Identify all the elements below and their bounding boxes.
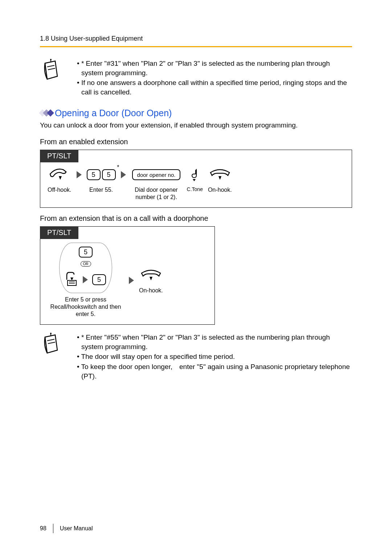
page-footer: 98 User Manual: [40, 524, 93, 533]
page-number: 98: [40, 525, 46, 532]
note-bottom: * Enter "#55" when "Plan 2" or "Plan 3" …: [40, 333, 352, 381]
section-intro: You can unlock a door from your extensio…: [40, 121, 352, 130]
onhook-icon: [139, 267, 163, 284]
arrow-icon: [77, 171, 82, 178]
header-rule: [40, 46, 352, 47]
hookswitch-icon: [65, 270, 78, 289]
onhook-icon: [208, 166, 232, 183]
notepad-icon: [40, 333, 60, 381]
note-top-text: * Enter "#31" when "Plan 2" or "Plan 3" …: [70, 59, 352, 98]
option-group: 5 OR: [59, 243, 112, 293]
svg-point-2: [50, 59, 52, 60]
keycap-5b: 5: [102, 169, 116, 180]
offhook-icon: [48, 166, 71, 183]
asterisk-marker: *: [117, 164, 119, 171]
svg-marker-10: [150, 277, 152, 280]
svg-marker-9: [70, 278, 73, 280]
proc1-step5-label: On-hook.: [208, 186, 232, 194]
diamond-bullet-icon: [40, 110, 52, 116]
proc2-step1-label: Enter 5 or press Recall/hookswitch and t…: [48, 296, 124, 318]
svg-line-0: [47, 65, 54, 67]
svg-rect-6: [68, 280, 76, 285]
note-top: * Enter "#31" when "Plan 2" or "Plan 3" …: [40, 59, 352, 98]
svg-line-12: [48, 342, 55, 344]
footer-doc-title: User Manual: [60, 525, 93, 532]
proc1-step3-label: Dial door opener number (1 or 2).: [131, 186, 182, 201]
arrow-icon: [83, 276, 88, 283]
svg-marker-5: [219, 176, 221, 180]
proc1-tab: PT/SLT: [40, 150, 78, 162]
or-badge: OR: [81, 261, 91, 267]
proc1-step1-label: Off-hook.: [48, 186, 72, 194]
footer-separator: [53, 524, 53, 533]
door-opener-key: door opener no.: [132, 169, 181, 180]
keypad-55: 5 5 *: [87, 169, 116, 180]
svg-line-1: [48, 68, 55, 70]
proc1-step2-label: Enter 55.: [89, 186, 113, 194]
proc2-step2-label: On-hook.: [139, 287, 163, 294]
svg-point-13: [50, 333, 52, 334]
proc2-subhead: From an extension that is on a call with…: [40, 214, 352, 223]
ctone-icon: [189, 166, 201, 183]
note-bottom-bullet-2: The door will stay open for a specified …: [77, 352, 352, 361]
notepad-icon: [40, 59, 60, 98]
note-bottom-bullet-3: To keep the door open longer, enter "5" …: [77, 362, 352, 381]
proc1-subhead: From an enabled extension: [40, 138, 352, 146]
note-bottom-text: * Enter "#55" when "Plan 2" or "Plan 3" …: [70, 333, 352, 381]
proc1-ctone-label: C.Tone: [187, 186, 203, 193]
svg-line-11: [47, 339, 54, 341]
svg-marker-4: [193, 179, 196, 181]
keycap-5a: 5: [87, 169, 101, 180]
arrow-icon: [121, 171, 126, 178]
breadcrumb: 1.8 Using User-supplied Equipment: [40, 35, 352, 42]
note-top-bullet-2: If no one answers a doorphone call withi…: [77, 78, 352, 97]
section-title-text: Opening a Door (Door Open): [55, 108, 172, 118]
keycap-5-top: 5: [79, 247, 93, 258]
note-top-bullet-1: * Enter "#31" when "Plan 2" or "Plan 3" …: [77, 59, 352, 77]
proc2-tab: PT/SLT: [40, 226, 78, 239]
note-bottom-bullet-1: * Enter "#55" when "Plan 2" or "Plan 3" …: [77, 333, 352, 351]
svg-marker-3: [59, 176, 62, 180]
section-heading: Opening a Door (Door Open): [40, 108, 352, 118]
proc1-box: PT/SLT Off-hook. 5 5 *: [40, 150, 352, 208]
proc2-box: PT/SLT 5 OR: [40, 226, 215, 325]
keycap-5-bottom: 5: [92, 274, 106, 285]
arrow-icon: [129, 277, 134, 284]
